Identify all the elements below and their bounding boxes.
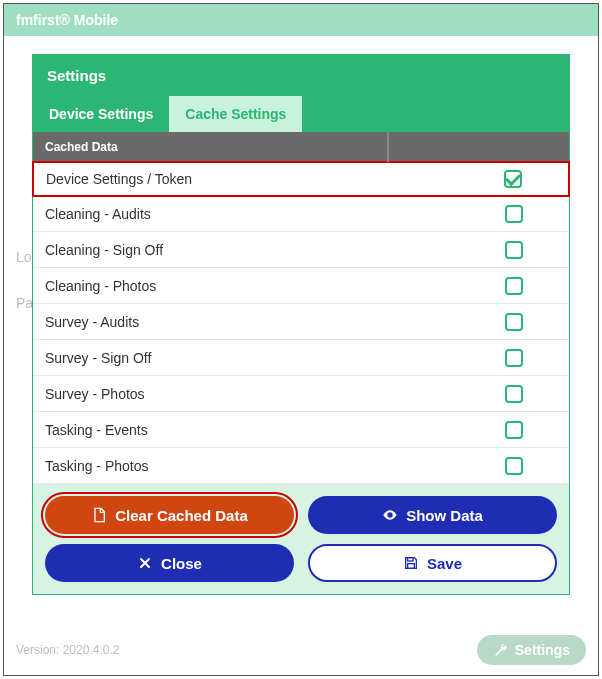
table-row: Tasking - Events [33, 412, 569, 448]
app-title-bar: fmfirst® Mobile [4, 4, 598, 36]
row-checkbox[interactable] [505, 457, 523, 475]
clear-cached-data-button[interactable]: Clear Cached Data [45, 496, 294, 534]
app-title: fmfirst® Mobile [16, 12, 118, 28]
table-row: Survey - Audits [33, 304, 569, 340]
row-label: Tasking - Photos [33, 450, 459, 482]
settings-button[interactable]: Settings [477, 635, 586, 665]
row-label: Cleaning - Audits [33, 198, 459, 230]
svg-rect-1 [408, 564, 415, 569]
table-rows: Device Settings / TokenCleaning - Audits… [33, 161, 569, 484]
row-label: Survey - Audits [33, 306, 459, 338]
row-checkbox[interactable] [505, 349, 523, 367]
table-header: Cached Data [33, 132, 569, 162]
table-row: Tasking - Photos [33, 448, 569, 484]
wrench-icon [493, 642, 509, 658]
document-icon [91, 507, 107, 523]
eye-icon [382, 507, 398, 523]
show-data-button[interactable]: Show Data [308, 496, 557, 534]
row-checkbox[interactable] [505, 385, 523, 403]
save-button[interactable]: Save [308, 544, 557, 582]
table-row: Survey - Photos [33, 376, 569, 412]
close-button[interactable]: Close [45, 544, 294, 582]
row-label: Cleaning - Sign Off [33, 234, 459, 266]
table-row: Cleaning - Sign Off [33, 232, 569, 268]
row-label: Survey - Sign Off [33, 342, 459, 374]
tabs: Device Settings Cache Settings [33, 96, 569, 132]
footer: Version: 2020.4.0.2 Settings [16, 635, 586, 665]
table-row: Device Settings / Token [32, 161, 570, 197]
row-checkbox[interactable] [505, 205, 523, 223]
row-checkbox[interactable] [505, 313, 523, 331]
row-label: Cleaning - Photos [33, 270, 459, 302]
table-row: Survey - Sign Off [33, 340, 569, 376]
tab-device-settings[interactable]: Device Settings [33, 96, 169, 132]
row-label: Survey - Photos [33, 378, 459, 410]
modal-title: Settings [33, 55, 569, 96]
table-row: Cleaning - Audits [33, 196, 569, 232]
row-checkbox[interactable] [505, 277, 523, 295]
tab-cache-settings[interactable]: Cache Settings [169, 96, 302, 132]
svg-rect-0 [408, 558, 413, 561]
row-label: Device Settings / Token [34, 163, 458, 195]
version-label: Version: 2020.4.0.2 [16, 643, 119, 657]
close-icon [137, 555, 153, 571]
save-icon [403, 555, 419, 571]
row-label: Tasking - Events [33, 414, 459, 446]
settings-modal: Settings Device Settings Cache Settings … [32, 54, 570, 595]
row-checkbox[interactable] [505, 421, 523, 439]
table-row: Cleaning - Photos [33, 268, 569, 304]
row-checkbox[interactable] [504, 170, 522, 188]
row-checkbox[interactable] [505, 241, 523, 259]
table-header-label: Cached Data [33, 132, 389, 162]
button-area: Clear Cached Data Show Data Close Save [33, 484, 569, 594]
table-header-check [389, 132, 569, 162]
